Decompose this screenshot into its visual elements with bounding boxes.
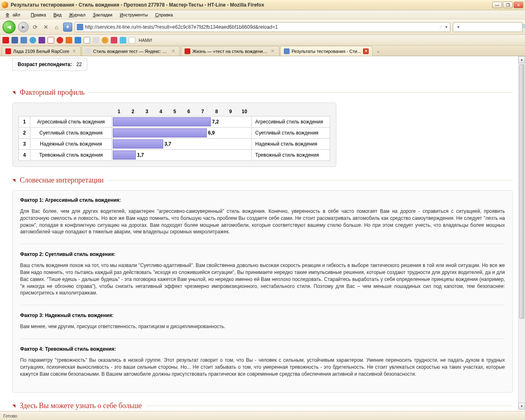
- bookmark-icon[interactable]: [120, 37, 126, 43]
- row-label-left: Тревожный стиль вождения: [30, 150, 112, 161]
- url-dropdown-icon[interactable]: ▼: [445, 25, 448, 29]
- scale-tick: 2: [132, 109, 135, 114]
- window-title: Результаты тестирования - Стиль вождения…: [11, 2, 492, 8]
- arrow-icon: ◥: [12, 404, 16, 408]
- menu-history[interactable]: Журнал: [66, 11, 89, 18]
- tab-favicon: [5, 48, 11, 54]
- reload-button[interactable]: ⟳: [31, 23, 39, 31]
- back-button[interactable]: ◄: [2, 21, 16, 34]
- site-identity-icon[interactable]: [77, 24, 83, 30]
- search-bar[interactable]: ▼ 🔍: [453, 22, 523, 32]
- home-button[interactable]: ⌂: [52, 23, 61, 31]
- menu-tools[interactable]: Инструменты: [116, 11, 151, 18]
- browser-tab[interactable]: Стиль вождения тест — Яндекс: На...✕: [82, 46, 180, 56]
- tab-close-icon[interactable]: ✕: [171, 48, 176, 54]
- search-input[interactable]: [460, 24, 522, 30]
- new-tab-button[interactable]: +: [373, 48, 383, 56]
- bookmark-icon[interactable]: [11, 37, 18, 43]
- bar-fill: 7,2: [113, 117, 211, 126]
- row-index: 2: [19, 128, 30, 139]
- forward-button[interactable]: ►: [18, 22, 29, 32]
- bookmark-icon[interactable]: [84, 37, 90, 43]
- profile-table: 1 Агрессивный стиль вождения 7,2 Агресси…: [18, 116, 330, 161]
- row-index: 3: [19, 139, 30, 150]
- menu-edit[interactable]: Правка: [27, 11, 49, 18]
- stop-button[interactable]: ✕: [42, 23, 50, 31]
- bookmark-icon[interactable]: [93, 37, 99, 43]
- close-button[interactable]: ✕: [514, 2, 523, 8]
- scroll-down-button[interactable]: ▼: [518, 403, 525, 410]
- tab-label: Результаты тестирования - Сти...: [292, 49, 361, 54]
- scale-tick: 10: [242, 109, 247, 114]
- factor-block: Фактор 2: Суетливый стиль вождения:Ваш с…: [20, 251, 505, 297]
- bar-value: 6,9: [208, 130, 215, 136]
- scale-tick: 9: [229, 109, 232, 114]
- arrow-icon: ◥: [12, 90, 16, 95]
- firefox-icon: [2, 2, 8, 8]
- bookmark-nami[interactable]: НАМИ: [139, 38, 152, 43]
- browser-tab[interactable]: Жизнь — «тест на стиль вождения»✕: [181, 46, 279, 56]
- section-header-more: ◥ Здесь Вы можете узнать о себе больше: [12, 402, 513, 410]
- tab-close-icon[interactable]: ✕: [71, 48, 77, 54]
- maximize-button[interactable]: ❐: [503, 2, 513, 8]
- divider: [20, 244, 505, 244]
- section-header-interp: ◥ Словесные интерпретации: [12, 176, 513, 185]
- tab-label: Лада 2109 Белый RapCore: [13, 49, 69, 54]
- scale-tick: 6: [187, 109, 190, 114]
- tab-close-icon[interactable]: ✕: [363, 48, 369, 54]
- scale-tick: 4: [160, 109, 162, 114]
- factor-text: Ваш стиль вождения похож на тот, что мы …: [20, 262, 505, 297]
- search-engine-dropdown[interactable]: ▼: [457, 25, 460, 29]
- table-row: 3 Надежный стиль вождения 3,7 Надежный с…: [19, 139, 330, 150]
- minimize-button[interactable]: —: [492, 2, 502, 8]
- nav-toolbar: ◄ ► ⟳ ✕ ⌂ ★ ☆ ▼ ▼ 🔍: [0, 19, 525, 35]
- tab-label: Стиль вождения тест — Яндекс: На...: [93, 49, 169, 54]
- row-index: 4: [19, 150, 30, 161]
- row-bar-cell: 1,7: [112, 150, 251, 161]
- row-label-right: Надежный стиль вождения: [252, 139, 330, 150]
- scale-tick: 1: [118, 109, 121, 114]
- bookmark-icon[interactable]: [48, 37, 54, 43]
- bookmark-star-icon[interactable]: ☆: [439, 24, 443, 30]
- menu-view[interactable]: Вид: [50, 11, 65, 18]
- bookmark-icon[interactable]: [2, 37, 9, 43]
- bar-fill: 6,9: [113, 128, 207, 137]
- url-input[interactable]: [85, 24, 437, 30]
- row-label-right: Тревожный стиль вождения: [252, 150, 330, 161]
- browser-tab[interactable]: Результаты тестирования - Сти...✕: [280, 46, 372, 56]
- row-label-right: Агрессивный стиль вождения: [252, 116, 330, 128]
- url-bar[interactable]: ☆ ▼: [75, 22, 450, 32]
- bookmark-icon[interactable]: [30, 37, 36, 43]
- menu-help[interactable]: Справка: [152, 11, 176, 18]
- divider: [20, 338, 505, 339]
- scroll-thumb[interactable]: [519, 64, 524, 319]
- bookmark-icon[interactable]: [39, 37, 45, 43]
- menu-bookmarks[interactable]: Закладки: [89, 11, 116, 18]
- bookmarks-button[interactable]: ★: [63, 23, 72, 32]
- section-title: Здесь Вы можете узнать о себе больше: [20, 402, 142, 410]
- tab-favicon: [85, 48, 91, 54]
- bookmark-icon[interactable]: [66, 37, 72, 43]
- browser-tab[interactable]: Лада 2109 Белый RapCore✕: [2, 46, 81, 56]
- row-label-left: Агрессивный стиль вождения: [30, 116, 112, 128]
- divider: [89, 92, 513, 93]
- menu-file[interactable]: Файл: [2, 11, 27, 18]
- respondent-box: Возраст респондента: 22: [12, 58, 87, 71]
- row-bar-cell: 6,9: [112, 128, 251, 139]
- vertical-scrollbar[interactable]: ▲ ▼: [518, 56, 525, 410]
- bookmark-icon[interactable]: [21, 37, 27, 43]
- search-go-button[interactable]: 🔍: [522, 23, 525, 31]
- bookmark-icon[interactable]: [129, 37, 135, 43]
- row-label-right: Суетливый стиль вождения: [252, 128, 330, 139]
- bar-fill: 1,7: [113, 151, 136, 160]
- scroll-up-button[interactable]: ▲: [518, 56, 525, 63]
- bookmark-icon[interactable]: [57, 37, 63, 43]
- bookmark-icon[interactable]: [111, 37, 117, 43]
- bookmark-icon[interactable]: [102, 37, 108, 43]
- bookmark-icon[interactable]: [75, 37, 81, 43]
- factor-block: Фактор 1: Агрессивный стиль вождения:Для…: [20, 197, 505, 235]
- row-bar-cell: 7,2: [112, 116, 251, 128]
- table-row: 4 Тревожный стиль вождения 1,7 Тревожный…: [19, 150, 330, 161]
- status-text: Готово: [3, 413, 17, 418]
- tab-close-icon[interactable]: ✕: [270, 48, 276, 54]
